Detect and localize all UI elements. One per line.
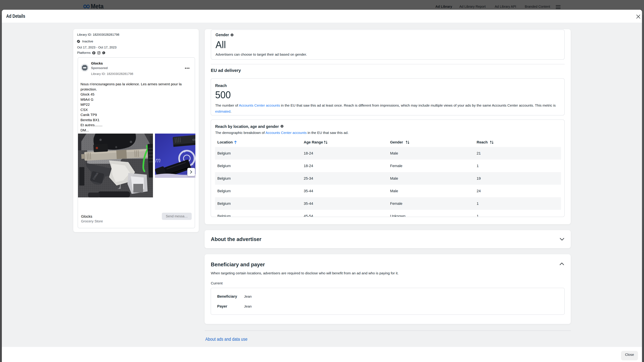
svg-text:CSX: CSX xyxy=(192,138,196,141)
svg-text:m: m xyxy=(155,157,161,164)
